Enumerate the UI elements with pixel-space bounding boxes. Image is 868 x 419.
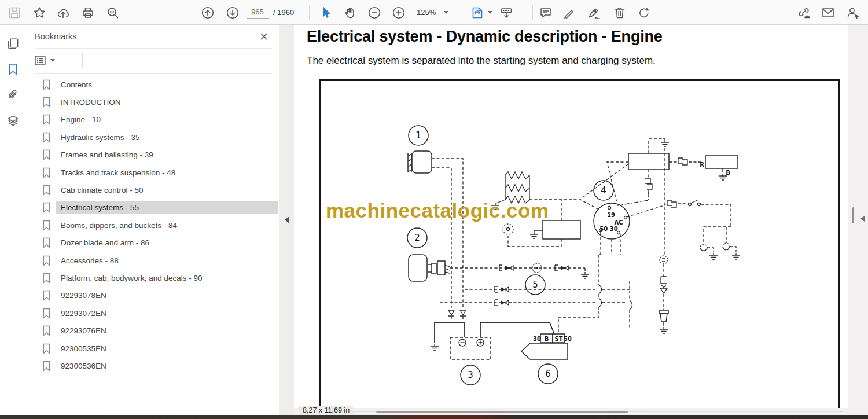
bookmark-icon	[42, 361, 51, 372]
bookmark-item[interactable]: Frames and ballasting - 39	[25, 146, 278, 164]
close-icon	[260, 32, 268, 41]
bookmark-label: Accessories - 88	[56, 254, 278, 267]
bookmark-item[interactable]: INTRODUCTION	[25, 93, 278, 111]
pages-icon	[6, 37, 20, 50]
person-add-icon	[845, 6, 859, 20]
bookmark-icon	[42, 132, 51, 143]
callout-5: 5	[532, 280, 538, 290]
pages-panel-button[interactable]	[5, 36, 20, 51]
bookmark-item[interactable]: 92293078EN	[25, 287, 278, 304]
horizontal-scrollbar[interactable]	[294, 408, 848, 415]
delete-button[interactable]	[612, 5, 627, 20]
add-user-button[interactable]	[845, 5, 860, 20]
highlight-button[interactable]	[561, 5, 576, 20]
bookmark-item[interactable]: 92300535EN	[25, 340, 278, 357]
bookmark-icon	[42, 202, 51, 213]
arrow-down-circle-icon	[226, 6, 240, 20]
comment-button[interactable]	[538, 5, 553, 20]
label-b: B	[726, 170, 730, 176]
previous-page-button[interactable]	[200, 5, 215, 20]
trash-icon	[613, 6, 627, 20]
scrollbar-thumb[interactable]	[852, 207, 854, 223]
bookmark-options-button[interactable]	[35, 53, 61, 67]
zoom-out-button[interactable]	[367, 5, 382, 20]
print-button[interactable]	[80, 5, 95, 20]
divider	[35, 48, 272, 49]
bookmark-label: Dozer blade and arm - 86	[56, 236, 278, 249]
bookmark-label: 92300535EN	[56, 342, 278, 355]
page-number-input[interactable]	[247, 6, 269, 19]
favorites-button[interactable]	[32, 5, 47, 20]
bookmark-item[interactable]: Tracks and track suspension - 48	[25, 164, 278, 181]
hand-tool-button[interactable]	[343, 5, 358, 20]
fit-page-button[interactable]	[470, 5, 485, 20]
bookmark-item[interactable]: 92293072EN	[25, 304, 278, 322]
paperclip-icon	[6, 88, 20, 101]
bookmark-item[interactable]: Contents	[25, 76, 278, 93]
bookmark-item[interactable]: Dozer blade and arm - 86	[25, 234, 278, 252]
bookmark-icon	[42, 255, 51, 266]
zoom-in-button[interactable]	[391, 5, 406, 20]
zoom-level-dropdown[interactable]: 125%	[413, 6, 455, 19]
callout-2: 2	[414, 233, 420, 243]
link-button[interactable]	[796, 5, 811, 20]
sign-button[interactable]	[587, 5, 602, 20]
collapse-panel-arrow[interactable]	[285, 216, 289, 223]
bookmark-label: Engine - 10	[56, 113, 278, 126]
select-tool-button[interactable]	[318, 5, 333, 20]
bookmark-item[interactable]: Engine - 10	[25, 111, 278, 128]
panel-title: Bookmarks	[35, 32, 77, 41]
document-page[interactable]: Electrical system - Dynamic description …	[294, 25, 848, 408]
chevron-down-icon[interactable]	[488, 11, 492, 14]
label-r: R	[700, 161, 704, 168]
fountain-pen-icon	[587, 6, 601, 20]
star-icon	[32, 6, 46, 20]
toolbar-divider	[532, 5, 533, 20]
divider	[82, 52, 83, 68]
save-button[interactable]	[7, 5, 22, 20]
bookmark-item[interactable]: Hydraulic systems - 35	[25, 128, 278, 146]
collapse-right-panel-arrow[interactable]	[860, 216, 865, 222]
layers-panel-button[interactable]	[5, 113, 20, 128]
rotate-button[interactable]	[637, 5, 652, 20]
attachments-panel-button[interactable]	[5, 87, 20, 102]
zoom-level-value: 125%	[417, 8, 436, 17]
bookmark-item[interactable]: Electrical systems - 55	[25, 199, 278, 216]
search-button[interactable]	[105, 5, 120, 20]
scroll-layout-icon	[499, 6, 513, 20]
window-bottom-edge	[0, 415, 868, 419]
close-panel-button[interactable]	[257, 30, 271, 43]
list-options-icon	[35, 56, 46, 65]
share-button[interactable]	[56, 5, 71, 20]
bookmark-icon	[42, 149, 51, 160]
bookmark-item[interactable]: Accessories - 88	[25, 252, 278, 269]
scroll-layout-button[interactable]	[499, 5, 514, 20]
highlighter-icon	[562, 6, 576, 20]
document-title: Electrical system - Dynamic description …	[307, 28, 663, 46]
toolbar-divider	[309, 5, 310, 20]
next-page-button[interactable]	[225, 5, 240, 20]
bookmark-label: Frames and ballasting - 39	[56, 148, 278, 161]
starter-terminal-st: ST	[554, 336, 562, 342]
bookmark-label: Tracks and track suspension - 48	[56, 166, 278, 179]
bookmark-item[interactable]: Platform, cab, bodywork, and decals - 90	[25, 269, 278, 286]
vertical-scrollbar[interactable]	[848, 25, 868, 415]
link-icon	[797, 6, 811, 20]
bookmark-item[interactable]: Booms, dippers, and buckets - 84	[25, 216, 278, 234]
plus-circle-icon	[392, 6, 406, 20]
bookmark-item[interactable]: Cab climate control - 50	[25, 181, 278, 199]
save-icon	[8, 6, 21, 20]
bookmark-item[interactable]: 92300536EN	[25, 357, 278, 374]
email-button[interactable]	[821, 5, 836, 20]
hand-icon	[343, 6, 357, 20]
callout-4: 4	[601, 185, 606, 196]
ignition-terminals-50-30: 50 30	[599, 226, 617, 232]
bookmarks-panel-button[interactable]	[5, 61, 20, 76]
bookmark-icon	[42, 220, 51, 231]
bookmark-label: Platform, cab, bodywork, and decals - 90	[56, 271, 278, 285]
scrollbar-thumb[interactable]	[376, 411, 628, 413]
bookmark-item[interactable]: 92293076EN	[25, 322, 278, 339]
bookmark-label: INTRODUCTION	[56, 95, 278, 109]
divider	[35, 73, 272, 74]
cursor-icon	[319, 6, 333, 20]
